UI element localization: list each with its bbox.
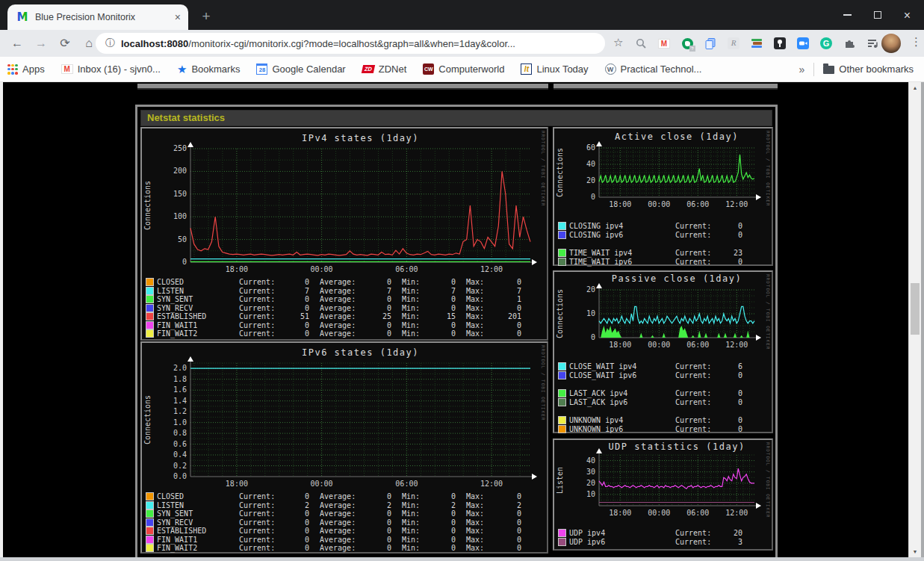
linux-today-icon: lt	[521, 63, 532, 75]
bookmark-zdnet[interactable]: ZD ZDNet	[362, 63, 407, 75]
books-stack-ext-icon[interactable]	[750, 37, 763, 50]
svg-text:0: 0	[182, 258, 187, 266]
ipv6-states-graph: IPv6 states (1day)Connections0.00.20.40.…	[142, 343, 547, 492]
udp-statistics-graph: UDP statistics (1day)Listen1020304018:00…	[554, 440, 772, 521]
close-button[interactable]: ×	[902, 10, 912, 20]
svg-text:Connections: Connections	[143, 395, 152, 444]
home-button[interactable]: ⌂	[81, 35, 97, 52]
bookmark-practical-technology[interactable]: W Practical Technol...	[605, 63, 702, 75]
svg-text:20: 20	[586, 285, 595, 294]
svg-text:12:00: 12:00	[480, 265, 503, 273]
svg-text:06:00: 06:00	[395, 265, 418, 273]
gmail-ext-icon[interactable]: M	[657, 37, 671, 50]
wordpress-icon: W	[605, 63, 616, 75]
rrdtool-watermark: RRDTOOL / TOBI OETIKER	[766, 442, 771, 518]
passive-close-chart[interactable]: Passive close (1day)Connections0102018:0…	[553, 270, 773, 433]
url-path: /monitorix-cgi/monitorix.cgi?mode=localh…	[188, 38, 515, 49]
close-icon: ×	[904, 10, 911, 20]
forward-button[interactable]: →	[33, 35, 49, 52]
section-header: Netstat statistics	[140, 110, 772, 126]
svg-text:0: 0	[591, 333, 595, 341]
bookmark-apps[interactable]: Apps	[7, 63, 45, 75]
maximize-button[interactable]	[872, 10, 882, 20]
svg-text:00:00: 00:00	[648, 341, 670, 349]
svg-text:150: 150	[173, 190, 187, 198]
grammarly-ext-icon[interactable]: G	[819, 37, 833, 50]
voice-ext-icon[interactable]: ?	[680, 37, 694, 50]
active-close-chart[interactable]: Active close (1day)Connections020406018:…	[553, 127, 773, 266]
svg-text:IPv6 states (1day): IPv6 states (1day)	[302, 347, 419, 358]
bookmark-this-star-icon[interactable]: ☆	[613, 36, 623, 49]
previous-section-edge-left	[137, 84, 548, 90]
page-info-icon[interactable]: ⓘ	[105, 37, 115, 50]
passive-close-legend: CLOSE_WAIT ipv4Current:6CLOSE_WAIT ipv6C…	[559, 362, 770, 433]
ipv4-states-chart[interactable]: IPv4 states (1day)Connections05010015020…	[140, 127, 548, 341]
bookmark-bookmarks[interactable]: ★ Bookmarks	[177, 63, 240, 76]
previous-section-edge-right	[554, 84, 778, 90]
svg-text:20: 20	[586, 176, 595, 185]
scroll-down-icon[interactable]: ▼	[909, 549, 921, 554]
svg-text:1.2: 1.2	[173, 407, 187, 415]
svg-text:0.6: 0.6	[173, 440, 187, 448]
voice-badge: ?	[689, 46, 695, 52]
svg-text:00:00: 00:00	[648, 509, 670, 517]
browser-tab[interactable]: M Blue Precision Monitorix ×	[7, 4, 188, 30]
lamp-ext-icon[interactable]	[773, 37, 787, 50]
tab-close-icon[interactable]: ×	[175, 12, 181, 22]
svg-text:30: 30	[586, 468, 595, 476]
monitorix-favicon: M	[16, 11, 28, 23]
minimize-icon	[843, 14, 852, 16]
bookmarks-separator	[813, 63, 814, 76]
svg-text:18:00: 18:00	[609, 341, 631, 349]
titlebar: M Blue Precision Monitorix × + ×	[0, 0, 924, 30]
ipv6-states-legend: CLOSEDCurrent:0Average:0Min:0Max:0LISTEN…	[146, 492, 545, 553]
reader-ext-icon[interactable]: R	[727, 37, 740, 50]
udp-statistics-legend: UDP ipv4Current:20UDP ipv6Current:3	[559, 528, 770, 546]
svg-text:06:00: 06:00	[686, 200, 709, 208]
extension-row: M ? R G	[634, 37, 879, 50]
svg-text:IPv4 states (1day): IPv4 states (1day)	[302, 133, 419, 143]
maximize-icon	[874, 11, 881, 19]
passive-close-graph: Passive close (1day)Connections0102018:0…	[554, 272, 772, 353]
search-ext-icon[interactable]	[634, 37, 648, 50]
bookmark-google-calendar[interactable]: 28 Google Calendar	[256, 63, 345, 75]
browser-window: M Blue Precision Monitorix × + × ← → ⟳ ⌂…	[0, 0, 924, 561]
ipv6-states-chart[interactable]: IPv6 states (1day)Connections0.00.20.40.…	[140, 341, 548, 554]
bookmark-linux-today[interactable]: lt Linux Today	[521, 63, 588, 75]
tab-title: Blue Precision Monitorix	[35, 12, 175, 22]
svg-text:18:00: 18:00	[609, 200, 631, 208]
scrollbar-thumb[interactable]	[911, 283, 920, 335]
toolbar: ← → ⟳ ⌂ ⓘ localhost:8080 /monitorix-cgi/…	[0, 30, 924, 57]
back-button[interactable]: ←	[9, 35, 25, 52]
playlist-ext-icon[interactable]	[866, 37, 879, 50]
scroll-up-icon[interactable]: ▲	[909, 85, 921, 90]
reload-button[interactable]: ⟳	[57, 35, 73, 52]
active-close-graph: Active close (1day)Connections020406018:…	[554, 128, 772, 212]
gmail-icon: M	[61, 64, 73, 74]
minimize-button[interactable]	[843, 10, 852, 20]
svg-text:250: 250	[173, 144, 187, 152]
svg-text:0.0: 0.0	[173, 472, 187, 480]
bookmark-computerworld[interactable]: CW Computerworld	[423, 63, 504, 75]
scrollbar[interactable]: ▲ ▼	[908, 82, 921, 557]
browser-menu-icon[interactable]: ⋮	[911, 35, 922, 49]
other-bookmarks[interactable]: Other bookmarks	[823, 63, 914, 75]
udp-statistics-chart[interactable]: UDP statistics (1day)Listen1020304018:00…	[553, 438, 773, 551]
svg-text:Passive close (1day): Passive close (1day)	[612, 273, 742, 284]
svg-text:06:00: 06:00	[686, 509, 709, 517]
bookmarks-right-group: » Other bookmarks	[799, 63, 914, 76]
address-bar[interactable]: ⓘ localhost:8080 /monitorix-cgi/monitori…	[96, 33, 605, 54]
profile-avatar[interactable]	[881, 34, 901, 53]
copy-pages-ext-icon[interactable]	[704, 37, 717, 50]
svg-text:06:00: 06:00	[395, 480, 418, 488]
apps-grid-icon	[7, 64, 18, 75]
svg-text:60: 60	[586, 143, 595, 152]
extensions-puzzle-icon[interactable]	[843, 37, 856, 50]
svg-text:1.4: 1.4	[173, 397, 187, 405]
video-call-ext-icon[interactable]	[796, 37, 810, 50]
new-tab-button[interactable]: +	[197, 7, 215, 25]
bookmarks-overflow-icon[interactable]: »	[799, 63, 805, 75]
rrdtool-watermark: RRDTOOL / TOBI OETIKER	[766, 131, 771, 206]
rrdtool-watermark: RRDTOOL / TOBI OETIKER	[541, 131, 546, 206]
bookmark-inbox[interactable]: M Inbox (16) - sjvn0...	[61, 63, 161, 75]
